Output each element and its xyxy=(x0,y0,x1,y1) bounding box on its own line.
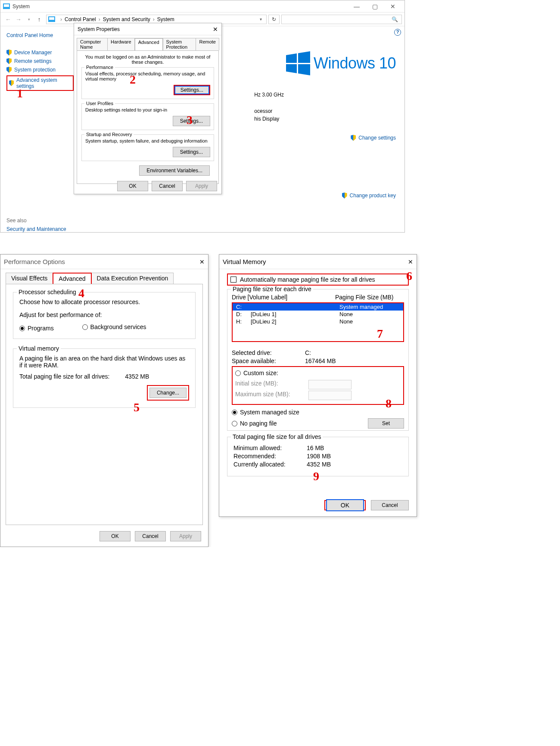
change-settings-link[interactable]: Change settings xyxy=(351,135,396,141)
search-input[interactable]: 🔍 xyxy=(281,15,402,24)
titlebar: Performance Options ✕ xyxy=(0,255,208,269)
svg-marker-3 xyxy=(298,64,310,75)
back-button[interactable]: ← xyxy=(3,16,13,23)
close-button[interactable]: ✕ xyxy=(213,26,218,33)
ok-button[interactable]: OK xyxy=(117,181,148,191)
cancel-button[interactable]: Cancel xyxy=(371,500,409,510)
shield-icon xyxy=(6,58,12,64)
titlebar: System Properties ✕ xyxy=(74,23,221,35)
radio-background[interactable]: Background services xyxy=(82,323,146,330)
cancel-button[interactable]: Cancel xyxy=(135,531,166,541)
tab-panel: You must be logged on as an Administrato… xyxy=(77,50,219,184)
radio-icon xyxy=(19,326,25,331)
search-icon: 🔍 xyxy=(388,16,401,22)
crumb-1[interactable]: System and Security xyxy=(103,16,150,22)
windows-logo-icon xyxy=(286,51,310,75)
maximize-button[interactable]: ▢ xyxy=(366,3,384,10)
radio-custom-size[interactable]: Custom size: xyxy=(235,370,278,376)
titlebar: System — ▢ ✕ xyxy=(0,0,404,12)
checkbox-icon xyxy=(230,277,236,283)
drive-list[interactable]: C: System managed D: [DuLieu 1] None H: … xyxy=(232,302,404,342)
windows-brand-text: Windows 10 xyxy=(314,54,396,72)
radio-system-managed[interactable]: System managed size xyxy=(232,409,299,416)
shield-icon xyxy=(351,135,356,141)
recent-dropdown-icon[interactable]: ▾ xyxy=(24,17,34,22)
see-also-label: See also xyxy=(6,218,27,224)
tab-hardware[interactable]: Hardware xyxy=(107,38,135,50)
radio-icon xyxy=(235,370,241,376)
processor-scheduling-group: Processor scheduling Choose how to alloc… xyxy=(13,292,196,339)
shield-icon xyxy=(342,193,347,199)
performance-options-dialog: Performance Options ✕ Visual Effects Adv… xyxy=(0,254,208,547)
tab-advanced[interactable]: Advanced xyxy=(53,273,91,284)
close-button[interactable]: ✕ xyxy=(199,258,205,265)
sidebar: Control Panel Home Device Manager Remote… xyxy=(0,26,78,232)
space-available-val: 167464 MB xyxy=(305,357,336,364)
windows-logo: Windows 10 xyxy=(286,51,396,75)
drive-row-c[interactable]: C: System managed xyxy=(233,303,403,311)
up-button[interactable]: ↑ xyxy=(34,16,44,23)
drive-row-h[interactable]: H: [DuLieu 2] None xyxy=(233,318,403,325)
radio-programs[interactable]: Programs xyxy=(19,325,54,332)
titlebar: Virtual Memory ✕ xyxy=(219,255,417,269)
sidebar-item-advanced-system-settings[interactable]: Advanced system settings xyxy=(6,75,74,91)
control-panel-home-link[interactable]: Control Panel Home xyxy=(6,32,74,38)
tab-remote[interactable]: Remote xyxy=(196,38,219,50)
tab-visual-effects[interactable]: Visual Effects xyxy=(6,273,53,284)
minimize-button[interactable]: — xyxy=(348,3,366,10)
control-panel-window: System — ▢ ✕ ← → ▾ ↑ › Control Panel › S… xyxy=(0,0,405,233)
maximum-size-input[interactable] xyxy=(308,391,352,400)
initial-size-input[interactable] xyxy=(308,380,352,389)
custom-size-block: Custom size: Initial size (MB): Maximum … xyxy=(232,366,404,405)
forward-button[interactable]: → xyxy=(13,16,24,23)
tab-system-protection[interactable]: System Protection xyxy=(163,38,196,50)
radio-no-paging[interactable]: No paging file xyxy=(232,420,277,427)
performance-settings-button[interactable]: Settings... xyxy=(174,85,210,95)
change-button[interactable]: Change... xyxy=(149,388,187,398)
tabstrip: Computer Name Hardware Advanced System P… xyxy=(74,35,221,50)
auto-manage-checkbox[interactable]: Automatically manage paging file size fo… xyxy=(230,276,375,283)
drive-row-d[interactable]: D: [DuLieu 1] None xyxy=(233,311,403,318)
close-button[interactable]: ✕ xyxy=(384,3,402,10)
radio-icon xyxy=(232,421,237,426)
change-product-key-link[interactable]: Change product key xyxy=(342,193,396,199)
window-title: System xyxy=(12,3,30,9)
user-profiles-settings-button[interactable]: Settings... xyxy=(173,116,210,126)
shield-icon xyxy=(6,67,12,73)
rec-val: 1908 MB xyxy=(307,453,331,460)
crumb-0[interactable]: Control Panel xyxy=(65,16,96,22)
sidebar-item-remote-settings[interactable]: Remote settings xyxy=(6,58,74,64)
min-val: 16 MB xyxy=(307,444,324,451)
tab-panel: Processor scheduling Choose how to alloc… xyxy=(6,284,203,525)
apply-button[interactable]: Apply xyxy=(170,531,201,541)
security-maintenance-link[interactable]: Security and Maintenance xyxy=(6,226,66,232)
tab-computer-name[interactable]: Computer Name xyxy=(77,38,108,50)
radio-icon xyxy=(82,324,88,330)
startup-recovery-group: Startup and Recovery System startup, sys… xyxy=(81,134,214,161)
sidebar-item-device-manager[interactable]: Device Manager xyxy=(6,50,74,56)
shield-icon xyxy=(6,50,12,56)
close-button[interactable]: ✕ xyxy=(408,258,413,265)
cancel-button[interactable]: Cancel xyxy=(152,181,183,191)
dialog-title: Virtual Memory xyxy=(223,258,266,265)
refresh-button[interactable]: ↻ xyxy=(268,15,280,24)
crumb-2[interactable]: System xyxy=(157,16,174,22)
ok-button[interactable]: OK xyxy=(100,531,131,541)
address-dropdown-icon[interactable]: ▾ xyxy=(257,17,264,22)
tab-advanced[interactable]: Advanced xyxy=(134,38,163,50)
svg-marker-1 xyxy=(298,51,310,63)
svg-marker-0 xyxy=(286,53,297,63)
vm-total-value: 4352 MB xyxy=(125,373,149,380)
help-button[interactable]: ? xyxy=(394,29,401,36)
sidebar-item-system-protection[interactable]: System protection xyxy=(6,67,74,73)
set-button[interactable]: Set xyxy=(368,418,404,429)
sidebar-item-label: Device Manager xyxy=(14,50,52,56)
environment-variables-button[interactable]: Environment Variables... xyxy=(139,165,210,176)
user-profiles-group: User Profiles Desktop settings related t… xyxy=(81,103,214,130)
ok-button[interactable]: OK xyxy=(326,499,364,511)
cur-val: 4352 MB xyxy=(307,461,331,468)
startup-settings-button[interactable]: Settings... xyxy=(173,147,210,157)
apply-button[interactable]: Apply xyxy=(186,181,217,191)
monitor-icon xyxy=(3,3,10,9)
tab-dep[interactable]: Data Execution Prevention xyxy=(91,273,174,284)
